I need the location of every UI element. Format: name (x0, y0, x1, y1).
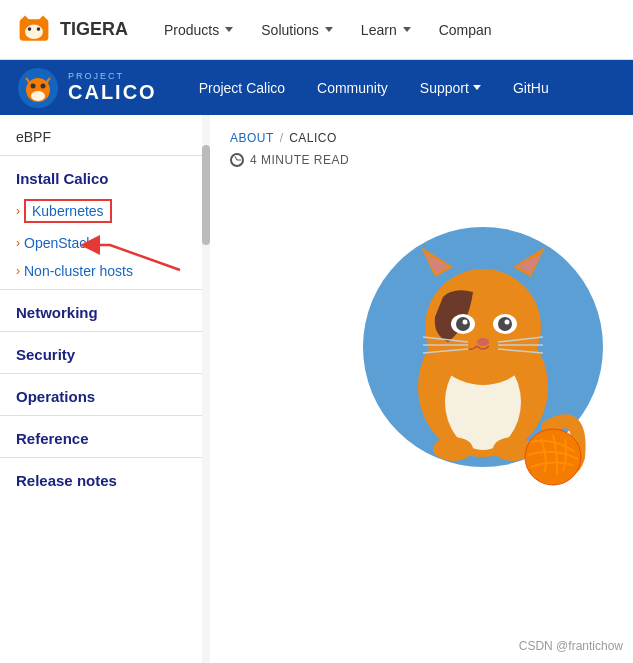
learn-chevron-icon (403, 27, 411, 32)
sidebar-divider-2 (0, 289, 209, 290)
calico-logo-text: PROJECT CALICO (68, 72, 157, 104)
cat-illustration (230, 187, 613, 487)
svg-point-22 (456, 317, 470, 331)
solutions-chevron-icon (325, 27, 333, 32)
watermark: CSDN @frantichow (519, 639, 623, 653)
svg-point-23 (463, 320, 468, 325)
sidebar-divider-1 (0, 155, 209, 156)
svg-point-4 (28, 27, 32, 31)
read-time-text: 4 MINUTE READ (250, 153, 349, 167)
products-chevron-icon (225, 27, 233, 32)
sidebar-item-non-cluster-hosts[interactable]: › Non-cluster hosts (0, 257, 209, 285)
svg-point-5 (37, 27, 41, 31)
calico-logo-icon (16, 66, 60, 110)
sidebar-divider-5 (0, 415, 209, 416)
breadcrumb-calico: CALICO (289, 131, 337, 145)
sidebar-divider-3 (0, 331, 209, 332)
sidebar-section-security[interactable]: Security (0, 336, 209, 369)
calico-cat-image (353, 187, 613, 487)
learn-nav-link[interactable]: Learn (349, 14, 423, 46)
calico-navbar: PROJECT CALICO Project Calico Community … (0, 60, 633, 115)
community-nav-link[interactable]: Community (303, 72, 402, 104)
kubernetes-expand-icon: › (16, 204, 20, 218)
svg-point-3 (25, 24, 43, 38)
clock-icon (230, 153, 244, 167)
tigera-logo-text: TIGERA (60, 19, 128, 40)
svg-point-25 (498, 317, 512, 331)
tigera-logo-icon (16, 12, 52, 48)
svg-point-26 (505, 320, 510, 325)
breadcrumb: ABOUT / CALICO (230, 131, 613, 145)
sidebar-item-ebpf[interactable]: eBPF (0, 123, 209, 151)
calico-nav-links: Project Calico Community Support GitHu (185, 72, 563, 104)
tigera-navbar: TIGERA Products Solutions Learn Compan (0, 0, 633, 60)
sidebar-scrollbar-track[interactable] (202, 115, 210, 663)
sidebar-section-reference[interactable]: Reference (0, 420, 209, 453)
main-content: eBPF Install Calico › Kubernetes › OpenS… (0, 115, 633, 663)
sidebar: eBPF Install Calico › Kubernetes › OpenS… (0, 115, 210, 503)
sidebar-divider-6 (0, 457, 209, 458)
breadcrumb-about[interactable]: ABOUT (230, 131, 274, 145)
github-nav-link[interactable]: GitHu (499, 72, 563, 104)
sidebar-divider-4 (0, 373, 209, 374)
kubernetes-label: Kubernetes (24, 199, 112, 223)
sidebar-section-networking[interactable]: Networking (0, 294, 209, 327)
sidebar-wrapper: eBPF Install Calico › Kubernetes › OpenS… (0, 115, 210, 663)
products-nav-link[interactable]: Products (152, 14, 245, 46)
tigera-logo[interactable]: TIGERA (16, 12, 128, 48)
svg-point-8 (31, 91, 45, 101)
calico-logo[interactable]: PROJECT CALICO (16, 66, 157, 110)
support-nav-link[interactable]: Support (406, 72, 495, 104)
svg-point-10 (41, 83, 46, 88)
svg-point-34 (433, 437, 473, 461)
project-calico-nav-link[interactable]: Project Calico (185, 72, 299, 104)
svg-point-9 (31, 83, 36, 88)
content-area: ABOUT / CALICO 4 MINUTE READ (210, 115, 633, 663)
sidebar-item-openstack[interactable]: › OpenStack (0, 229, 209, 257)
tigera-nav-links: Products Solutions Learn Compan (152, 14, 504, 46)
support-chevron-icon (473, 85, 481, 90)
sidebar-section-release-notes[interactable]: Release notes (0, 462, 209, 495)
solutions-nav-link[interactable]: Solutions (249, 14, 345, 46)
svg-point-27 (477, 338, 489, 346)
sidebar-item-kubernetes[interactable]: › Kubernetes (0, 193, 209, 229)
company-nav-link[interactable]: Compan (427, 14, 504, 46)
sidebar-section-install-calico[interactable]: Install Calico (0, 160, 209, 193)
svg-marker-2 (38, 15, 49, 20)
openstack-expand-icon: › (16, 236, 20, 250)
read-time: 4 MINUTE READ (230, 153, 613, 167)
svg-marker-1 (20, 15, 31, 20)
non-cluster-expand-icon: › (16, 264, 20, 278)
sidebar-section-operations[interactable]: Operations (0, 378, 209, 411)
sidebar-scrollbar-thumb[interactable] (202, 145, 210, 245)
breadcrumb-separator: / (280, 131, 283, 145)
